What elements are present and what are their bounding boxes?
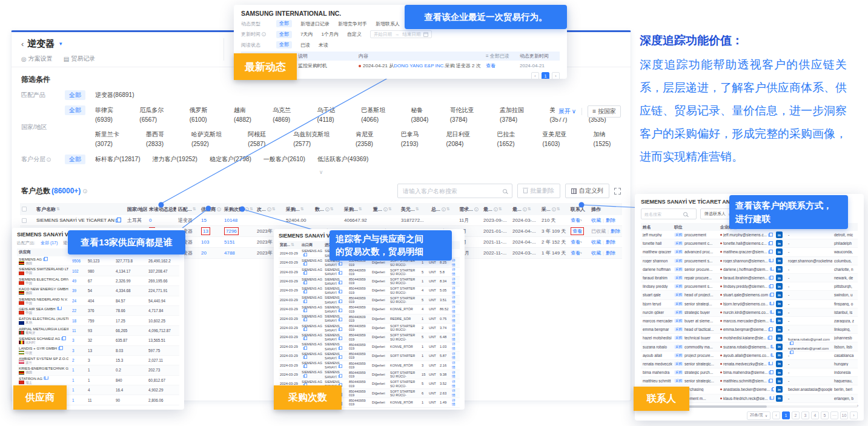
page-button-4[interactable]: 4 [811,411,819,419]
favorite-link[interactable]: 收藏 [591,250,601,256]
copy-icon[interactable] [59,347,61,350]
sort-icon[interactable]: ⇅ [330,207,334,211]
linkedin-icon[interactable]: in [776,378,783,384]
row-checkbox[interactable] [20,218,35,223]
copy-icon[interactable] [769,294,772,297]
copy-icon[interactable] [339,282,341,284]
filter-all-chip[interactable]: 全部 [65,90,85,100]
copy-icon[interactable] [303,365,306,368]
page-button-1[interactable]: 1 [782,411,790,419]
filter-item[interactable]: 一般客户(2610) [263,155,305,164]
copy-icon[interactable] [770,311,773,314]
contact-view-link[interactable]: 查看 [572,228,582,234]
sort-icon[interactable]: ⇅ [416,207,419,211]
linkedin-icon[interactable]: in [776,369,783,376]
favorite-link[interactable]: 收藏 [591,239,601,245]
linkedin-icon[interactable]: in [776,318,783,324]
filter-all-chip[interactable]: 全部 [65,105,85,115]
purchase-op-cell[interactable]: 详情 [451,399,460,407]
filter-item[interactable]: 稳定客户(2798) [210,155,251,164]
sort-icon[interactable]: ⇅ [557,207,560,211]
linkedin-icon[interactable]: in [776,240,783,247]
supplier-link[interactable]: 15 [201,218,207,223]
back-icon[interactable]: ‹ [21,39,24,48]
unread-link[interactable]: 0 [149,218,151,223]
activity-filter-option[interactable]: 新增竞争对手 [338,21,367,27]
copy-icon[interactable] [303,375,306,378]
copy-icon[interactable] [770,319,773,322]
linkedin-icon[interactable]: in [776,309,783,316]
purchase-op-cell[interactable]: 详情 [451,333,460,341]
filter-item[interactable]: 斯里兰卡(3072) [95,130,134,149]
activity-filter-all[interactable]: 全部 [276,20,292,27]
activity-filter-option[interactable]: 新增联系人 [376,21,400,27]
mark-all-read-button[interactable]: ≡ 全部已读 [483,53,517,59]
purchase-op-cell[interactable]: 详情 [451,389,460,397]
supplier-cnt-cell[interactable]: 102 [70,269,86,273]
copy-icon[interactable] [770,302,772,305]
copy-icon[interactable] [769,276,772,279]
sort-icon[interactable]: ⇅ [291,242,294,247]
filter-item[interactable]: 墨西哥(2833) [146,130,179,149]
per-page-select[interactable]: 20条/页 ∨ [747,411,770,420]
trade-record-button[interactable]: ▤ 贸易记录 [64,55,95,63]
linkedin-icon[interactable]: in [776,231,783,238]
checkbox-icon[interactable] [22,218,27,223]
page-button-10[interactable]: 10 [840,411,848,419]
copy-icon[interactable] [303,310,306,312]
filter-item[interactable]: 厄瓜多尔(6567) [139,105,177,125]
supplier-link[interactable]: 103 [201,239,209,245]
filter-item[interactable]: 标杆客户(12817) [95,155,140,164]
sort-icon[interactable]: ⇅ [446,207,450,211]
activity-filter-all[interactable]: 全部 [276,41,292,48]
sort-icon[interactable]: ⇅ [359,207,362,211]
copy-icon[interactable] [44,258,46,261]
copy-icon[interactable] [770,345,773,348]
copy-icon[interactable] [769,259,772,262]
fullscreen-icon[interactable] [614,188,621,195]
activity-filter-option[interactable]: 新增进口记录 [300,21,330,27]
filter-item[interactable]: 菲律宾(6939) [95,105,127,125]
copy-icon[interactable] [339,301,341,303]
linkedin-icon[interactable]: in [776,334,783,341]
next-page-button[interactable]: › [850,411,858,419]
page-button-2[interactable]: 2 [792,411,800,419]
copy-icon[interactable] [339,319,341,321]
delete-link[interactable]: 删除 [606,250,615,256]
copy-icon[interactable] [339,356,341,359]
view-link[interactable]: 查看 [483,62,517,69]
page-1-button[interactable]: 1 [542,72,549,79]
contact-view-link[interactable]: 查看 [571,239,580,245]
copy-icon[interactable] [303,356,306,359]
copy-icon[interactable] [116,219,119,222]
purchase-link[interactable]: 4788 [224,250,235,256]
supplier-link[interactable]: 13 [203,228,208,234]
copy-icon[interactable] [768,379,770,382]
delete-link[interactable]: 删除 [611,228,620,235]
sort-icon[interactable]: ⇅ [250,207,253,211]
copy-icon[interactable] [339,263,341,265]
purchase-op-cell[interactable]: 详情 [451,268,460,276]
next-page-button[interactable]: › [552,72,560,79]
search-field[interactable] [403,188,499,195]
filter-item[interactable]: 俄罗斯(6100) [190,105,222,125]
copy-icon[interactable] [303,328,306,331]
purchase-link[interactable]: 7296 [226,228,237,234]
sort-icon[interactable]: ⇅ [388,207,392,211]
copy-icon[interactable] [339,365,341,368]
supplier-cnt-cell[interactable]: 1 [70,378,86,382]
filter-item[interactable]: 巴拉圭(1652) [497,130,531,149]
linkedin-icon[interactable]: in [776,266,783,273]
activity-filter-all[interactable]: 全部 [276,31,292,38]
supplier-cnt-cell[interactable]: 3 [70,338,86,342]
page-button-5[interactable]: 5 [821,411,829,419]
copy-icon[interactable] [769,233,771,236]
contact-search-field[interactable] [644,212,681,216]
purchase-op-cell[interactable]: 详情 [451,371,460,379]
collapse-chevron[interactable]: ∨ [12,169,631,179]
supplier-link[interactable]: DONG YANG E&P INC. [394,63,445,68]
supplier-cnt-cell[interactable]: 3 [70,348,86,353]
supplier-filter-all[interactable]: 全部 (17) [41,240,58,246]
supplier-cnt-cell[interactable]: 11 [70,328,86,333]
filter-all-chip[interactable]: 全部 [65,155,85,164]
